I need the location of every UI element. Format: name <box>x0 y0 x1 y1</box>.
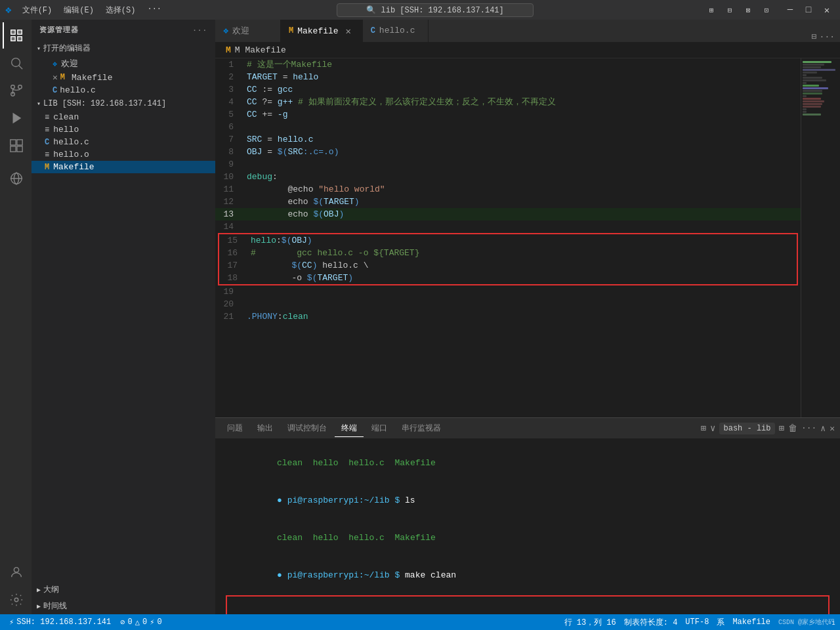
tab-welcome[interactable]: ❖ 欢迎 <box>215 20 281 42</box>
list-icon: ≡ <box>45 113 49 122</box>
sidebar-item-welcome[interactable]: ❖ 欢迎 <box>32 56 215 71</box>
panel-more-icon[interactable]: ··· <box>801 423 816 433</box>
minimize-button[interactable]: ─ <box>782 2 798 18</box>
ssh-icon: ⚡ <box>9 618 14 627</box>
menu-more[interactable]: ··· <box>142 3 167 17</box>
item-label: Makefile <box>53 162 94 172</box>
os-text: 系 <box>717 617 724 628</box>
line-num-5: 5 <box>215 108 244 121</box>
status-errors[interactable]: ⊘ 0 △ 0 ⚡ 0 <box>120 618 161 627</box>
sidebar-action-1[interactable]: ··· <box>192 26 207 34</box>
activity-remote[interactable] <box>3 165 29 192</box>
code-editor[interactable]: 1 # 这是一个Makefile 2 TARGET = hello 3 CC :… <box>215 58 801 417</box>
term-bullet: ● <box>277 495 287 505</box>
status-os[interactable]: 系 <box>717 617 724 628</box>
tab-close-button[interactable]: ✕ <box>343 25 354 37</box>
svg-point-4 <box>12 58 20 67</box>
sidebar-item-makefile-open[interactable]: ✕ M Makefile <box>32 71 215 84</box>
activity-account[interactable]: 1 <box>3 559 29 585</box>
panel-tab-terminal[interactable]: 终端 <box>335 420 364 437</box>
sidebar-item-helloc[interactable]: C hello.c <box>32 136 215 148</box>
panel-up-icon[interactable]: ∧ <box>820 423 826 434</box>
warning-icon: △ <box>135 618 140 627</box>
split-editor-icon[interactable]: ⊟ <box>812 32 817 42</box>
panel-close-icon[interactable]: ✕ <box>830 423 835 434</box>
code-line-4: 4 CC ?= g++ # 如果前面没有定义，那么该行定义生效；反之，不生效，不… <box>215 96 801 108</box>
svg-point-6 <box>11 85 15 89</box>
minimap-line <box>803 108 807 110</box>
term-file: hello <box>313 533 339 543</box>
close-button[interactable]: ✕ <box>819 2 835 18</box>
activity-extensions[interactable] <box>3 133 29 159</box>
layout-button-2[interactable]: ⊟ <box>722 2 738 18</box>
status-language[interactable]: Makefile <box>732 618 770 627</box>
menu-select[interactable]: 选择(S) <box>100 3 141 17</box>
menu-file[interactable]: 文件(F) <box>17 3 58 17</box>
code-line-21: 21 .PHONY:clean <box>215 310 801 323</box>
item-label: hello.o <box>53 150 89 159</box>
trash-icon[interactable]: 🗑 <box>788 423 797 434</box>
maximize-button[interactable]: □ <box>801 2 816 18</box>
sidebar-item-makefile[interactable]: M Makefile <box>32 161 215 173</box>
section-label: 打开的编辑器 <box>43 43 91 54</box>
section-timeline[interactable]: ▶ 时间线 <box>32 598 215 614</box>
panel-layout-icon[interactable]: ∨ <box>710 423 715 434</box>
panel-tab-debug[interactable]: 调试控制台 <box>281 420 333 436</box>
layout-button-3[interactable]: ⊠ <box>740 2 756 18</box>
more-actions-icon[interactable]: ··· <box>820 32 835 42</box>
line-num-10: 10 <box>215 171 244 183</box>
new-terminal-icon[interactable]: ⊞ <box>779 423 784 434</box>
section-lib[interactable]: ▾ LIB [SSH: 192.168.137.141] <box>32 96 215 111</box>
line-content-4: CC ?= g++ # 如果前面没有定义，那么该行定义生效；反之，不生效，不再定… <box>244 96 801 108</box>
layout-button-1[interactable]: ⊞ <box>704 2 719 18</box>
tab-makefile[interactable]: M Makefile ✕ <box>281 20 363 42</box>
line-num-1: 1 <box>215 58 244 71</box>
sidebar-item-helloo[interactable]: ≡ hello.o <box>32 148 215 161</box>
terminal-line: clean hello hello.c Makefile <box>226 519 830 556</box>
status-position[interactable]: 行 13，列 16 <box>564 617 616 628</box>
panel-tab-problems[interactable]: 问题 <box>220 420 249 436</box>
terminal-highlight-box: ● pi@raspberrypi:~/lib $ ls clean hello.… <box>226 595 830 614</box>
info-count: 0 <box>157 618 161 627</box>
code-line-11: 11 @echo "hello world" <box>215 183 801 196</box>
section-open-editors[interactable]: ▾ 打开的编辑器 <box>32 40 215 56</box>
panel-tab-ports[interactable]: 端口 <box>365 420 394 436</box>
line-content-5: CC += -g <box>244 108 801 121</box>
minimap-content <box>801 58 840 119</box>
line-num-19: 19 <box>215 285 244 298</box>
sidebar-item-helloc-open[interactable]: C hello.c <box>32 84 215 96</box>
sidebar-item-hello[interactable]: ≡ hello <box>32 123 215 136</box>
item-label: hello.c <box>60 85 96 95</box>
activity-source-control[interactable] <box>3 77 29 104</box>
sidebar-item-clean[interactable]: ≡ clean <box>32 111 215 123</box>
panel-tab-output[interactable]: 输出 <box>251 420 280 436</box>
line-num-4: 4 <box>215 96 244 108</box>
info-icon: ⚡ <box>150 618 154 627</box>
layout-button-4[interactable]: ⊡ <box>759 2 774 18</box>
line-content-19 <box>244 285 801 298</box>
terminal-line: ● pi@raspberrypi:~/lib $ make clean <box>226 556 830 594</box>
error-icon: ⊘ <box>120 618 125 627</box>
status-encoding[interactable]: UTF-8 <box>685 618 709 627</box>
activity-settings[interactable] <box>3 587 29 613</box>
activity-run[interactable] <box>3 105 29 131</box>
line-num-8: 8 <box>215 146 244 158</box>
status-bar: ⚡ SSH: 192.168.137.141 ⊘ 0 △ 0 ⚡ 0 行 13，… <box>0 614 840 630</box>
split-terminal-icon[interactable]: ⊞ <box>701 423 706 434</box>
panel-tab-serial[interactable]: 串行监视器 <box>395 420 448 436</box>
minimap-line <box>803 95 807 97</box>
status-tabsize[interactable]: 制表符长度: 4 <box>624 617 678 628</box>
code-line-9: 9 <box>215 158 801 171</box>
close-icon-small[interactable]: ✕ <box>52 72 58 83</box>
tab-helloc[interactable]: C hello.c <box>363 20 429 42</box>
tab-actions: ⊟ ··· <box>807 32 840 42</box>
activity-search[interactable] <box>3 50 29 76</box>
menu-edit[interactable]: 编辑(E) <box>58 3 99 17</box>
terminal-content[interactable]: clean hello hello.c Makefile ● pi@raspbe… <box>215 439 840 614</box>
activity-explorer[interactable] <box>3 22 29 49</box>
search-box[interactable]: 🔍 lib [SSH: 192.168.137.141] <box>337 3 534 17</box>
line-num-3: 3 <box>215 83 244 96</box>
terminal-panel: 问题 输出 调试控制台 终端 端口 串行监视器 ⊞ ∨ bash - lib ⊞… <box>215 417 840 614</box>
status-ssh[interactable]: ⚡ SSH: 192.168.137.141 <box>5 618 115 627</box>
section-outline[interactable]: ▶ 大纲 <box>32 581 215 598</box>
